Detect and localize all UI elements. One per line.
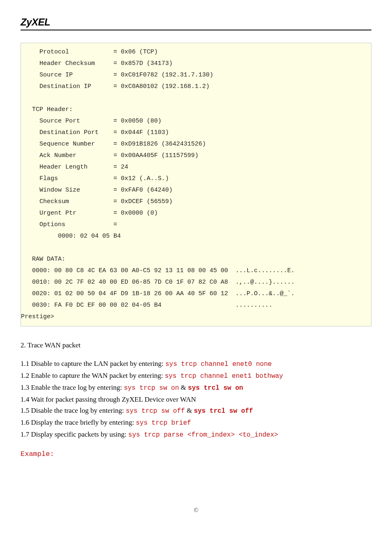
command-text: sys trcp sw on (124, 384, 179, 392)
step-1: 1.1 Disable to capture the LAN packet by… (21, 358, 371, 370)
command-text: sys trcl sw off (194, 407, 253, 415)
footer-copyright: © (21, 507, 371, 514)
terminal-output: Protocol = 0x06 (TCP) Header Checksum = … (21, 43, 371, 326)
step-text: 1.7 Display specific packets by using: (21, 430, 128, 438)
ampersand: & (185, 407, 194, 414)
step-text: 1.6 Display the trace briefly by enterin… (21, 419, 136, 426)
step-7: 1.7 Display specific packets by using: s… (21, 429, 371, 440)
header-bar: ZyXEL (21, 16, 371, 30)
logo-text: ZyXEL (21, 16, 50, 28)
step-6: 1.6 Display the trace briefly by enterin… (21, 417, 371, 428)
step-text: 1.1 Disable to capture the LAN packet by… (21, 360, 165, 368)
step-text: 1.5 Disable the trace log by entering: (21, 407, 126, 414)
step-5: 1.5 Disable the trace log by entering: s… (21, 405, 371, 416)
ampersand: & (179, 384, 188, 391)
step-4: 1.4 Wait for packet passing through ZyXE… (21, 394, 371, 405)
steps-list: 1.1 Disable to capture the LAN packet by… (21, 358, 371, 440)
example-heading: Example: (21, 450, 371, 458)
command-text: sys trcp parse <from_index> <to_index> (128, 431, 278, 439)
step-text: 1.3 Enable the trace log by entering: (21, 384, 124, 391)
step-3: 1.3 Enable the trace log by entering: sy… (21, 382, 371, 393)
step-2: 1.2 Enable to capture the WAN packet by … (21, 370, 371, 382)
command-text: sys trcl sw on (188, 384, 243, 392)
command-text: sys trcp sw off (126, 407, 185, 415)
step-text: 1.4 Wait for packet passing through ZyXE… (21, 395, 196, 403)
command-text: sys trcp brief (136, 419, 191, 427)
command-text: sys trcp channel enet1 bothway (165, 372, 283, 380)
step-text: 1.2 Enable to capture the WAN packet by … (21, 372, 165, 379)
section-title: 2. Trace WAN packet (21, 341, 371, 349)
command-text: sys trcp channel enet0 none (165, 361, 272, 368)
